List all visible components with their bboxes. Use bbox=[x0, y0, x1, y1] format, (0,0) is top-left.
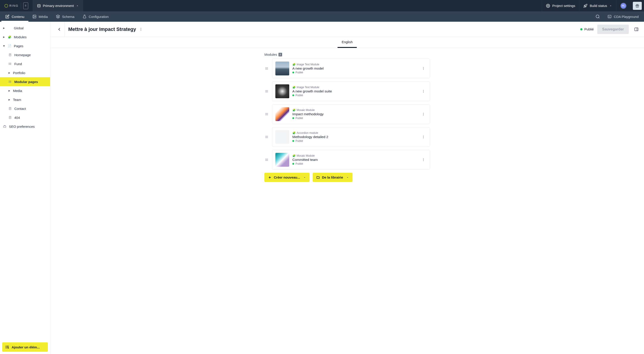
puzzle-icon: 🧩 bbox=[292, 86, 296, 89]
logo-ring[interactable]: RING bbox=[4, 4, 18, 8]
sidebar-item-homepage[interactable]: Homepage bbox=[0, 50, 50, 59]
puzzle-icon: 🧩 bbox=[292, 154, 296, 157]
svg-rect-45 bbox=[635, 28, 638, 31]
save-button[interactable]: Sauvegarder bbox=[597, 24, 629, 34]
module-thumbnail bbox=[275, 84, 289, 98]
svg-point-43 bbox=[141, 29, 141, 30]
svg-point-62 bbox=[423, 113, 424, 113]
module-info: 🧩Accordion module Methodology detailed 2… bbox=[292, 131, 417, 142]
module-card[interactable]: 🧩Image Text Module A new growth model su… bbox=[272, 82, 430, 101]
database-icon bbox=[37, 4, 41, 8]
environment-selector[interactable]: Primary environment bbox=[33, 0, 83, 12]
sidebar-item-label: Team bbox=[13, 98, 21, 102]
svg-point-50 bbox=[423, 67, 424, 68]
sidebar-item-team[interactable]: ▸ Team bbox=[0, 95, 50, 104]
main-nav: Contenu Média Schema Configuration CDA P… bbox=[0, 12, 644, 22]
create-new-button[interactable]: Créer nouveau... bbox=[264, 173, 310, 182]
sidebar-item-label: Portfolio bbox=[13, 71, 25, 75]
user-menu[interactable]: ML bbox=[616, 0, 630, 12]
sidebar-item-404[interactable]: 404 bbox=[0, 113, 50, 122]
lang-tab-english[interactable]: English bbox=[338, 37, 356, 48]
project-settings-button[interactable]: Project settings bbox=[542, 0, 579, 12]
module-type: 🧩Accordion module bbox=[292, 131, 417, 134]
page-menu-button[interactable] bbox=[139, 28, 144, 31]
sidebar-item-global[interactable]: ▸ Global bbox=[0, 24, 50, 32]
sidebar-item-media-group[interactable]: ▸ Media bbox=[0, 86, 50, 95]
sidebar-item-modular-pages[interactable]: Modular pages bbox=[0, 77, 50, 86]
add-element-button[interactable]: Ajouter un élém... bbox=[2, 342, 48, 352]
module-menu-button[interactable] bbox=[420, 134, 426, 140]
svg-point-69 bbox=[423, 137, 424, 137]
content-scroll[interactable]: Modules 文 🧩Image Text Module A new growt… bbox=[50, 48, 644, 354]
logo-text: RING bbox=[10, 4, 18, 8]
search-icon bbox=[596, 14, 600, 19]
module-row: 🧩Image Text Module A new growth model su… bbox=[264, 82, 430, 101]
module-status: Publié bbox=[292, 162, 417, 165]
module-card[interactable]: 🧩Accordion module Methodology detailed 2… bbox=[272, 127, 430, 147]
sidepanel-toggle-button[interactable] bbox=[632, 25, 640, 33]
ring-logo-icon bbox=[4, 4, 8, 8]
module-info: 🧩Image Text Module A new growth model su… bbox=[292, 86, 417, 97]
status-dot-icon bbox=[292, 140, 294, 142]
drag-icon bbox=[264, 158, 269, 162]
sidebar-item-pages[interactable]: ▾ 📄 Pages bbox=[0, 42, 50, 50]
caret-down-icon: ▾ bbox=[3, 44, 5, 48]
sidebar-item-contact[interactable]: Contact bbox=[0, 104, 50, 113]
module-menu-button[interactable] bbox=[420, 65, 426, 72]
module-thumbnail bbox=[275, 153, 289, 167]
module-card[interactable]: 🧩Mosaic Module Committed team Publié bbox=[272, 150, 430, 170]
chevron-down-icon bbox=[76, 4, 79, 7]
module-menu-button[interactable] bbox=[420, 111, 426, 117]
svg-point-56 bbox=[423, 90, 424, 90]
svg-point-1 bbox=[548, 5, 549, 6]
cda-playground-button[interactable]: CDA Playground bbox=[604, 12, 643, 22]
project-settings-label: Project settings bbox=[552, 4, 575, 8]
module-menu-button[interactable] bbox=[420, 88, 426, 94]
back-button[interactable] bbox=[54, 22, 65, 37]
status-dot-icon bbox=[580, 28, 582, 30]
from-library-button[interactable]: De la librairie bbox=[313, 173, 352, 182]
from-library-label: De la librairie bbox=[322, 176, 343, 179]
svg-point-74 bbox=[423, 158, 424, 159]
drag-handle[interactable] bbox=[264, 158, 269, 162]
panel-right-icon bbox=[634, 27, 639, 32]
drag-handle[interactable] bbox=[264, 66, 269, 70]
drag-handle[interactable] bbox=[264, 89, 269, 93]
tab-contenu[interactable]: Contenu bbox=[1, 12, 28, 22]
avatar: ML bbox=[620, 3, 626, 9]
svg-point-57 bbox=[423, 91, 424, 92]
terminal-icon bbox=[608, 14, 612, 18]
nav-tab-label: Média bbox=[39, 15, 48, 18]
sidebar-item-modules[interactable]: ▸ 🧩 Modules bbox=[0, 32, 50, 42]
page-header: Mettre à jour Impact Strategy Publié Sau… bbox=[50, 22, 644, 37]
sidebar-item-portfolio[interactable]: ▸ Portfolio bbox=[0, 68, 50, 77]
module-card[interactable]: 🧩Image Text Module A new growth model Pu… bbox=[272, 59, 430, 78]
env-label: Primary environment bbox=[43, 4, 74, 8]
tab-configuration[interactable]: Configuration bbox=[78, 12, 113, 22]
svg-rect-33 bbox=[4, 126, 6, 128]
kebab-icon bbox=[422, 158, 425, 162]
sidebar-item-fund[interactable]: Fund bbox=[0, 59, 50, 68]
tab-media[interactable]: Média bbox=[28, 12, 52, 22]
tab-schema[interactable]: Schema bbox=[52, 12, 78, 22]
sidebar-item-seo[interactable]: SEO preferences bbox=[0, 122, 50, 131]
module-card[interactable]: 🧩Mosaic Module Impact methodology Publié bbox=[272, 104, 430, 124]
module-thumbnail bbox=[275, 130, 289, 144]
search-button[interactable] bbox=[592, 12, 604, 22]
gift-button[interactable] bbox=[633, 2, 642, 10]
status-dot-icon bbox=[292, 163, 294, 165]
caret-right-icon: ▸ bbox=[8, 98, 11, 102]
gear-icon bbox=[546, 4, 550, 8]
module-thumbnail bbox=[275, 107, 289, 121]
status-dot-icon bbox=[292, 94, 294, 96]
module-row: 🧩Mosaic Module Impact methodology Publié bbox=[264, 104, 430, 124]
module-menu-button[interactable] bbox=[420, 157, 426, 163]
drag-handle[interactable] bbox=[264, 135, 269, 139]
toolbox-icon bbox=[3, 125, 7, 128]
chevron-down-icon bbox=[346, 176, 349, 179]
list-icon bbox=[8, 62, 12, 65]
build-status-button[interactable]: Build status bbox=[579, 0, 616, 12]
drag-icon bbox=[264, 89, 269, 93]
sidebar: ▸ Global ▸ 🧩 Modules ▾ 📄 Pages Homepage bbox=[0, 22, 50, 354]
drag-handle[interactable] bbox=[264, 112, 269, 116]
